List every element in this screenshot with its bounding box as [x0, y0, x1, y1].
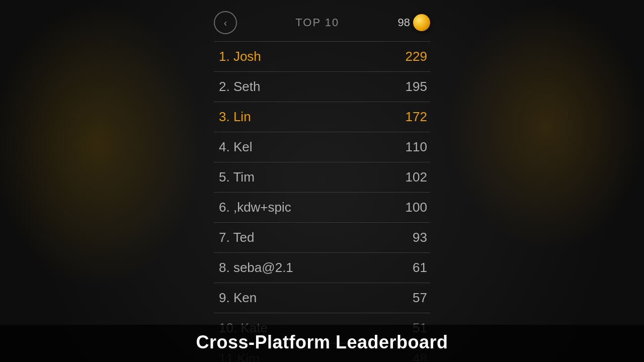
leaderboard-row: 6. ,kdw+spic100 [214, 193, 430, 223]
leaderboard-row: 8. seba@2.161 [214, 253, 430, 283]
caption-bar: Cross-Platform Leaderboard [0, 325, 644, 362]
coin-icon [413, 14, 430, 31]
leaderboard-score: 61 [413, 260, 427, 276]
caption-text: Cross-Platform Leaderboard [196, 332, 448, 352]
leaderboard-rank-name: 7. Ted [219, 230, 254, 245]
leaderboard-row: 4. Kel110 [214, 132, 430, 162]
leaderboard-rank-name: 4. Kel [219, 139, 253, 155]
header: ‹ TOP 10 98 [214, 6, 430, 41]
leaderboard-score: 102 [406, 169, 427, 185]
leaderboard-rank-name: 2. Seth [219, 79, 260, 95]
leaderboard-score: 229 [406, 49, 427, 64]
back-arrow-icon: ‹ [224, 18, 227, 28]
leaderboard-rank-name: 6. ,kdw+spic [219, 200, 291, 215]
leaderboard-score: 57 [413, 290, 427, 306]
leaderboard-panel: ‹ TOP 10 98 1. Josh2292. Seth1953. Lin17… [214, 6, 430, 362]
leaderboard-rank-name: 1. Josh [219, 49, 261, 64]
leaderboard-list: 1. Josh2292. Seth1953. Lin1724. Kel1105.… [214, 41, 430, 343]
leaderboard-rank-name: 9. Ken [219, 290, 257, 306]
back-button[interactable]: ‹ [214, 11, 237, 34]
leaderboard-row: 3. Lin172 [214, 102, 430, 132]
leaderboard-row: 5. Tim102 [214, 162, 430, 193]
leaderboard-row: 2. Seth195 [214, 72, 430, 102]
leaderboard-score: 172 [406, 109, 427, 125]
panel-title: TOP 10 [237, 16, 398, 29]
leaderboard-row: 9. Ken57 [214, 283, 430, 313]
leaderboard-score: 93 [413, 230, 427, 245]
leaderboard-rank-name: 3. Lin [219, 109, 251, 125]
coins-display: 98 [398, 14, 430, 31]
coins-count: 98 [398, 16, 410, 29]
leaderboard-row: 1. Josh229 [214, 41, 430, 72]
leaderboard-score: 110 [406, 139, 427, 155]
leaderboard-row: 7. Ted93 [214, 223, 430, 253]
leaderboard-rank-name: 8. seba@2.1 [219, 260, 293, 276]
leaderboard-rank-name: 5. Tim [219, 169, 255, 185]
leaderboard-score: 195 [406, 79, 427, 95]
leaderboard-score: 100 [406, 200, 427, 215]
